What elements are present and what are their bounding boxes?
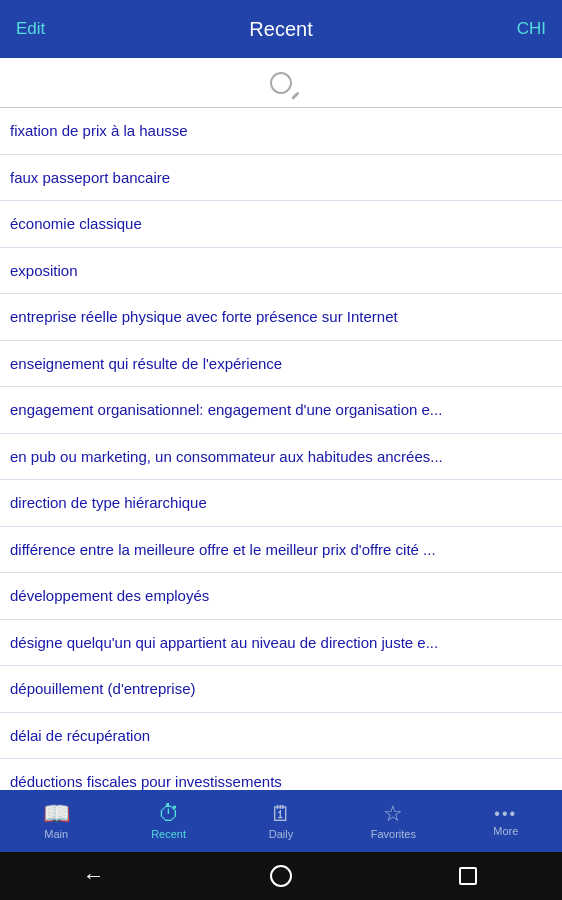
recents-button[interactable] <box>448 856 488 896</box>
list-item[interactable]: enseignement qui résulte de l'expérience <box>0 341 562 388</box>
nav-recent[interactable]: ⏱ Recent <box>112 803 224 840</box>
list-item[interactable]: faux passeport bancaire <box>0 155 562 202</box>
recent-label: Recent <box>151 828 186 840</box>
list-item[interactable]: économie classique <box>0 201 562 248</box>
recent-icon: ⏱ <box>158 803 180 825</box>
list-item[interactable]: engagement organisationnel: engagement d… <box>0 387 562 434</box>
main-icon: 📖 <box>43 803 70 825</box>
list-item[interactable]: exposition <box>0 248 562 295</box>
list-item[interactable]: désigne quelqu'un qui appartient au nive… <box>0 620 562 667</box>
system-bar: ← <box>0 852 562 900</box>
daily-icon: 🗓 <box>270 803 292 825</box>
edit-button[interactable]: Edit <box>16 19 45 39</box>
main-label: Main <box>44 828 68 840</box>
favorites-label: Favorites <box>371 828 416 840</box>
list-item[interactable]: en pub ou marketing, un consommateur aux… <box>0 434 562 481</box>
home-icon <box>270 865 292 887</box>
list-item[interactable]: développement des employés <box>0 573 562 620</box>
favorites-icon: ☆ <box>383 803 403 825</box>
daily-label: Daily <box>269 828 293 840</box>
search-icon <box>270 72 292 94</box>
nav-daily[interactable]: 🗓 Daily <box>225 803 337 840</box>
chi-button[interactable]: CHI <box>517 19 546 39</box>
back-icon: ← <box>83 863 105 889</box>
nav-main[interactable]: 📖 Main <box>0 803 112 840</box>
list-item[interactable]: différence entre la meilleure offre et l… <box>0 527 562 574</box>
nav-more[interactable]: ••• More <box>450 806 562 837</box>
list-item[interactable]: fixation de prix à la hausse <box>0 108 562 155</box>
nav-favorites[interactable]: ☆ Favorites <box>337 803 449 840</box>
more-icon: ••• <box>494 806 517 822</box>
list-item[interactable]: délai de récupération <box>0 713 562 760</box>
list-item[interactable]: direction de type hiérarchique <box>0 480 562 527</box>
home-button[interactable] <box>261 856 301 896</box>
recent-list: fixation de prix à la haussefaux passepo… <box>0 108 562 790</box>
list-item[interactable]: entreprise réelle physique avec forte pr… <box>0 294 562 341</box>
list-item[interactable]: déductions fiscales pour investissements <box>0 759 562 790</box>
page-title: Recent <box>249 18 312 41</box>
bottom-navigation: 📖 Main ⏱ Recent 🗓 Daily ☆ Favorites ••• … <box>0 790 562 852</box>
recents-icon <box>459 867 477 885</box>
more-label: More <box>493 825 518 837</box>
header: Edit Recent CHI <box>0 0 562 58</box>
search-bar[interactable] <box>0 58 562 108</box>
back-button[interactable]: ← <box>74 856 114 896</box>
list-item[interactable]: dépouillement (d'entreprise) <box>0 666 562 713</box>
